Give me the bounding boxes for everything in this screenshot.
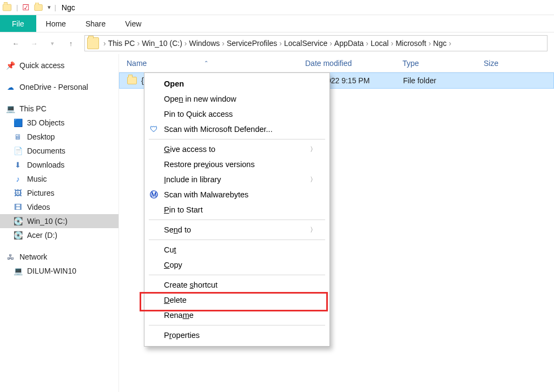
breadcrumb-serviceprofiles[interactable]: ServiceProfiles: [227, 39, 277, 48]
menu-pin-quick-access[interactable]: Pin to Quick access: [144, 107, 329, 122]
breadcrumb-separator-icon[interactable]: ›: [222, 39, 225, 48]
sidebar-item-label: 3D Objects: [27, 118, 64, 127]
sidebar-item-desktop[interactable]: 🖥Desktop: [0, 130, 118, 144]
sidebar-item-acer-d-[interactable]: 💽Acer (D:): [0, 228, 118, 242]
monitor-icon: 💻: [5, 104, 15, 114]
menu-send-to[interactable]: Send to〉: [144, 222, 329, 237]
sidebar-item-videos[interactable]: 🎞Videos: [0, 200, 118, 214]
sidebar-item-music[interactable]: ♪Music: [0, 172, 118, 186]
menu-include-in-library[interactable]: Include in library〉: [144, 172, 329, 187]
breadcrumb-appdata[interactable]: AppData: [334, 39, 364, 48]
menu-restore-previous-versions[interactable]: Restore previous versions: [144, 157, 329, 172]
navigation-pane[interactable]: 📌 Quick access ☁ OneDrive - Personal 💻 T…: [0, 54, 119, 392]
menu-separator: [149, 273, 325, 277]
breadcrumb-localservice[interactable]: LocalService: [284, 39, 327, 48]
file-type-cell: File folder: [395, 76, 477, 85]
breadcrumb-windows[interactable]: Windows: [189, 39, 220, 48]
sidebar-item-win-10-c-[interactable]: 💽Win_10 (C:): [0, 214, 118, 228]
menu-delete[interactable]: Delete: [144, 293, 329, 308]
breadcrumb-separator-icon[interactable]: ›: [449, 39, 452, 48]
menu-create-shortcut[interactable]: Create shortcut: [144, 277, 329, 293]
sidebar-label: OneDrive - Personal: [19, 83, 88, 91]
breadcrumb-separator-icon[interactable]: ›: [391, 39, 393, 48]
breadcrumb-ngc[interactable]: Ngc: [433, 39, 447, 48]
sidebar-item-3d-objects[interactable]: 🟦3D Objects: [0, 116, 118, 130]
sidebar-this-pc[interactable]: 💻 This PC: [0, 102, 118, 116]
breadcrumb-this-pc[interactable]: This PC: [108, 39, 135, 48]
column-size[interactable]: Size: [476, 59, 530, 68]
folder-icon: 📄: [13, 146, 23, 156]
up-button[interactable]: ↑: [65, 37, 77, 49]
qat-new-folder-icon[interactable]: [34, 4, 43, 11]
breadcrumb-separator-icon[interactable]: ›: [137, 39, 140, 48]
menu-separator: [149, 323, 325, 328]
folder-icon: [87, 37, 99, 49]
window-title: Ngc: [62, 3, 75, 12]
breadcrumb-separator-icon[interactable]: ›: [103, 39, 106, 48]
menu-copy[interactable]: Copy: [144, 257, 329, 273]
folder-icon: 💽: [13, 230, 23, 240]
sidebar-item-label: DILUM-WIN10: [27, 267, 76, 275]
breadcrumb-separator-icon[interactable]: ›: [366, 39, 368, 48]
context-menu[interactable]: Open Open in new window Pin to Quick acc…: [144, 72, 330, 347]
back-button[interactable]: ←: [10, 37, 22, 49]
sidebar-item-dilum-win10[interactable]: 💻DILUM-WIN10: [0, 264, 118, 278]
sidebar-label: Quick access: [19, 61, 64, 70]
menu-separator: [149, 137, 325, 142]
sidebar-item-downloads[interactable]: ⬇Downloads: [0, 158, 118, 172]
column-headers[interactable]: Name ⌃ Date modified Type Size: [119, 54, 554, 72]
folder-app-icon: [2, 4, 12, 11]
breadcrumb-separator-icon[interactable]: ›: [184, 39, 187, 48]
menu-cut[interactable]: Cut: [144, 242, 329, 257]
defender-icon: 🛡: [148, 123, 160, 135]
column-type[interactable]: Type: [395, 59, 476, 68]
tab-share[interactable]: Share: [76, 15, 115, 32]
folder-icon: 🖥: [13, 132, 23, 142]
column-date-modified[interactable]: Date modified: [298, 59, 395, 68]
folder-icon: 🖼: [13, 188, 23, 198]
tab-file[interactable]: File: [0, 15, 36, 32]
tab-home[interactable]: Home: [36, 15, 76, 32]
folder-icon: ⬇: [13, 160, 23, 170]
qat-separator: |: [16, 3, 18, 11]
menu-open[interactable]: Open: [144, 76, 329, 91]
menu-scan-malwarebytes[interactable]: Ⓜ Scan with Malwarebytes: [144, 187, 329, 202]
computer-icon: 💻: [13, 266, 23, 276]
breadcrumb-win-10-c-[interactable]: Win_10 (C:): [142, 39, 182, 48]
menu-pin-to-start[interactable]: Pin to Start: [144, 202, 329, 217]
sidebar-item-label: Desktop: [27, 132, 55, 141]
title-separator: |: [54, 3, 56, 11]
forward-button: →: [28, 37, 40, 49]
menu-rename[interactable]: Rename: [144, 308, 329, 323]
menu-scan-defender[interactable]: 🛡 Scan with Microsoft Defender...: [144, 122, 329, 137]
sidebar-quick-access[interactable]: 📌 Quick access: [0, 58, 118, 72]
navigation-bar: ← → ▾ ↑ ›This PC›Win_10 (C:)›Windows›Ser…: [0, 32, 554, 54]
tab-view[interactable]: View: [115, 15, 151, 32]
qat-dropdown-icon[interactable]: ▾: [48, 4, 51, 11]
sidebar-item-label: Win_10 (C:): [27, 217, 68, 225]
sidebar-onedrive[interactable]: ☁ OneDrive - Personal: [0, 80, 118, 94]
recent-dropdown-icon[interactable]: ▾: [47, 37, 58, 49]
menu-open-new-window[interactable]: Open in new window: [144, 91, 329, 107]
sidebar-label: This PC: [19, 104, 47, 113]
column-name[interactable]: Name ⌃: [119, 59, 298, 68]
menu-properties[interactable]: Properties: [144, 328, 329, 343]
qat-properties-icon[interactable]: ☑: [22, 3, 29, 12]
breadcrumb-local[interactable]: Local: [371, 39, 388, 48]
sidebar-item-documents[interactable]: 📄Documents: [0, 144, 118, 158]
folder-icon: ♪: [13, 174, 23, 184]
breadcrumb-separator-icon[interactable]: ›: [329, 39, 332, 48]
sidebar-item-label: Pictures: [27, 189, 55, 197]
folder-icon: 🎞: [13, 202, 23, 212]
title-bar: | ☑ ▾ | Ngc: [0, 0, 554, 15]
breadcrumb-microsoft[interactable]: Microsoft: [395, 39, 426, 48]
sidebar-network[interactable]: 🖧 Network: [0, 250, 118, 264]
breadcrumb-separator-icon[interactable]: ›: [279, 39, 282, 48]
menu-give-access-to[interactable]: Give access to〉: [144, 142, 329, 157]
breadcrumb-separator-icon[interactable]: ›: [428, 39, 431, 48]
sidebar-item-pictures[interactable]: 🖼Pictures: [0, 186, 118, 200]
address-bar[interactable]: ›This PC›Win_10 (C:)›Windows›ServiceProf…: [84, 35, 548, 51]
cloud-icon: ☁: [5, 82, 15, 92]
sidebar-item-label: Downloads: [27, 161, 64, 169]
malwarebytes-icon: Ⓜ: [148, 189, 160, 201]
